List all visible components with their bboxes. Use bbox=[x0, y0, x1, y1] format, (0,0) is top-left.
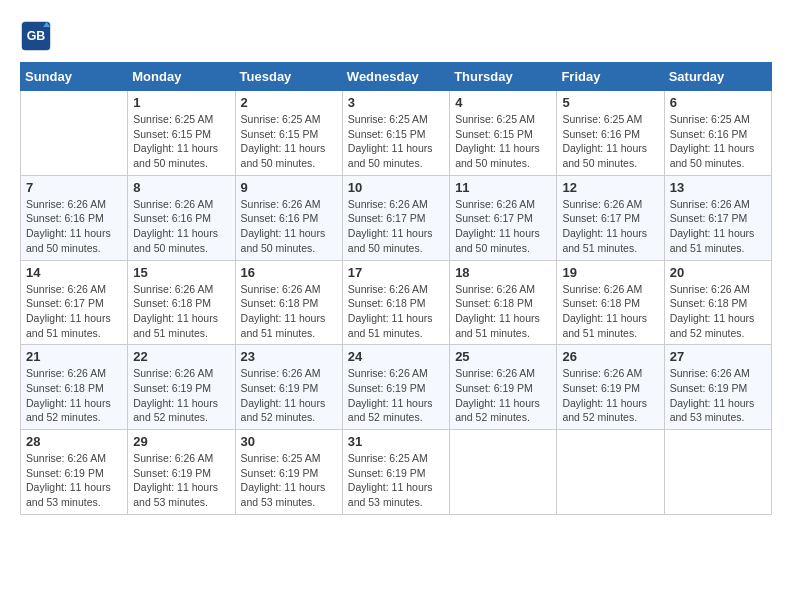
day-cell: 30Sunrise: 6:25 AMSunset: 6:19 PMDayligh… bbox=[235, 430, 342, 515]
day-number: 28 bbox=[26, 434, 122, 449]
day-detail: Sunrise: 6:25 AMSunset: 6:16 PMDaylight:… bbox=[562, 112, 658, 171]
day-number: 17 bbox=[348, 265, 444, 280]
day-detail: Sunrise: 6:26 AMSunset: 6:19 PMDaylight:… bbox=[241, 366, 337, 425]
week-row-2: 7Sunrise: 6:26 AMSunset: 6:16 PMDaylight… bbox=[21, 175, 772, 260]
day-detail: Sunrise: 6:25 AMSunset: 6:16 PMDaylight:… bbox=[670, 112, 766, 171]
day-cell: 23Sunrise: 6:26 AMSunset: 6:19 PMDayligh… bbox=[235, 345, 342, 430]
day-cell bbox=[450, 430, 557, 515]
day-cell: 5Sunrise: 6:25 AMSunset: 6:16 PMDaylight… bbox=[557, 91, 664, 176]
calendar-table: SundayMondayTuesdayWednesdayThursdayFrid… bbox=[20, 62, 772, 515]
day-cell: 17Sunrise: 6:26 AMSunset: 6:18 PMDayligh… bbox=[342, 260, 449, 345]
day-detail: Sunrise: 6:25 AMSunset: 6:15 PMDaylight:… bbox=[348, 112, 444, 171]
day-cell: 7Sunrise: 6:26 AMSunset: 6:16 PMDaylight… bbox=[21, 175, 128, 260]
day-cell: 16Sunrise: 6:26 AMSunset: 6:18 PMDayligh… bbox=[235, 260, 342, 345]
calendar-header-row: SundayMondayTuesdayWednesdayThursdayFrid… bbox=[21, 63, 772, 91]
day-detail: Sunrise: 6:26 AMSunset: 6:17 PMDaylight:… bbox=[455, 197, 551, 256]
day-cell: 1Sunrise: 6:25 AMSunset: 6:15 PMDaylight… bbox=[128, 91, 235, 176]
day-number: 23 bbox=[241, 349, 337, 364]
day-number: 29 bbox=[133, 434, 229, 449]
day-detail: Sunrise: 6:26 AMSunset: 6:17 PMDaylight:… bbox=[348, 197, 444, 256]
day-detail: Sunrise: 6:25 AMSunset: 6:15 PMDaylight:… bbox=[455, 112, 551, 171]
day-number: 2 bbox=[241, 95, 337, 110]
svg-text:GB: GB bbox=[27, 29, 46, 43]
day-cell: 2Sunrise: 6:25 AMSunset: 6:15 PMDaylight… bbox=[235, 91, 342, 176]
day-cell: 14Sunrise: 6:26 AMSunset: 6:17 PMDayligh… bbox=[21, 260, 128, 345]
day-detail: Sunrise: 6:26 AMSunset: 6:18 PMDaylight:… bbox=[26, 366, 122, 425]
day-detail: Sunrise: 6:26 AMSunset: 6:16 PMDaylight:… bbox=[26, 197, 122, 256]
day-number: 7 bbox=[26, 180, 122, 195]
day-number: 11 bbox=[455, 180, 551, 195]
day-detail: Sunrise: 6:26 AMSunset: 6:19 PMDaylight:… bbox=[133, 366, 229, 425]
day-detail: Sunrise: 6:25 AMSunset: 6:15 PMDaylight:… bbox=[241, 112, 337, 171]
day-detail: Sunrise: 6:26 AMSunset: 6:18 PMDaylight:… bbox=[133, 282, 229, 341]
day-number: 9 bbox=[241, 180, 337, 195]
week-row-1: 1Sunrise: 6:25 AMSunset: 6:15 PMDaylight… bbox=[21, 91, 772, 176]
day-detail: Sunrise: 6:26 AMSunset: 6:16 PMDaylight:… bbox=[133, 197, 229, 256]
day-cell: 10Sunrise: 6:26 AMSunset: 6:17 PMDayligh… bbox=[342, 175, 449, 260]
day-cell: 31Sunrise: 6:25 AMSunset: 6:19 PMDayligh… bbox=[342, 430, 449, 515]
day-header-friday: Friday bbox=[557, 63, 664, 91]
day-detail: Sunrise: 6:26 AMSunset: 6:19 PMDaylight:… bbox=[670, 366, 766, 425]
day-number: 3 bbox=[348, 95, 444, 110]
day-cell: 25Sunrise: 6:26 AMSunset: 6:19 PMDayligh… bbox=[450, 345, 557, 430]
week-row-5: 28Sunrise: 6:26 AMSunset: 6:19 PMDayligh… bbox=[21, 430, 772, 515]
day-cell: 8Sunrise: 6:26 AMSunset: 6:16 PMDaylight… bbox=[128, 175, 235, 260]
day-number: 31 bbox=[348, 434, 444, 449]
day-detail: Sunrise: 6:26 AMSunset: 6:17 PMDaylight:… bbox=[26, 282, 122, 341]
day-cell: 4Sunrise: 6:25 AMSunset: 6:15 PMDaylight… bbox=[450, 91, 557, 176]
day-number: 10 bbox=[348, 180, 444, 195]
day-number: 30 bbox=[241, 434, 337, 449]
day-detail: Sunrise: 6:26 AMSunset: 6:18 PMDaylight:… bbox=[562, 282, 658, 341]
logo: GB bbox=[20, 20, 56, 52]
day-detail: Sunrise: 6:26 AMSunset: 6:18 PMDaylight:… bbox=[348, 282, 444, 341]
day-cell bbox=[557, 430, 664, 515]
day-cell bbox=[21, 91, 128, 176]
day-cell: 19Sunrise: 6:26 AMSunset: 6:18 PMDayligh… bbox=[557, 260, 664, 345]
day-cell: 11Sunrise: 6:26 AMSunset: 6:17 PMDayligh… bbox=[450, 175, 557, 260]
day-cell: 18Sunrise: 6:26 AMSunset: 6:18 PMDayligh… bbox=[450, 260, 557, 345]
day-number: 21 bbox=[26, 349, 122, 364]
week-row-4: 21Sunrise: 6:26 AMSunset: 6:18 PMDayligh… bbox=[21, 345, 772, 430]
day-detail: Sunrise: 6:25 AMSunset: 6:15 PMDaylight:… bbox=[133, 112, 229, 171]
page-header: GB bbox=[20, 20, 772, 52]
day-detail: Sunrise: 6:26 AMSunset: 6:19 PMDaylight:… bbox=[133, 451, 229, 510]
day-cell: 15Sunrise: 6:26 AMSunset: 6:18 PMDayligh… bbox=[128, 260, 235, 345]
day-number: 12 bbox=[562, 180, 658, 195]
day-cell: 28Sunrise: 6:26 AMSunset: 6:19 PMDayligh… bbox=[21, 430, 128, 515]
day-cell bbox=[664, 430, 771, 515]
day-number: 27 bbox=[670, 349, 766, 364]
day-number: 26 bbox=[562, 349, 658, 364]
day-cell: 24Sunrise: 6:26 AMSunset: 6:19 PMDayligh… bbox=[342, 345, 449, 430]
logo-icon: GB bbox=[20, 20, 52, 52]
day-number: 22 bbox=[133, 349, 229, 364]
day-number: 25 bbox=[455, 349, 551, 364]
day-number: 13 bbox=[670, 180, 766, 195]
week-row-3: 14Sunrise: 6:26 AMSunset: 6:17 PMDayligh… bbox=[21, 260, 772, 345]
day-number: 16 bbox=[241, 265, 337, 280]
day-detail: Sunrise: 6:26 AMSunset: 6:19 PMDaylight:… bbox=[26, 451, 122, 510]
day-number: 5 bbox=[562, 95, 658, 110]
day-header-tuesday: Tuesday bbox=[235, 63, 342, 91]
day-cell: 26Sunrise: 6:26 AMSunset: 6:19 PMDayligh… bbox=[557, 345, 664, 430]
day-header-wednesday: Wednesday bbox=[342, 63, 449, 91]
day-detail: Sunrise: 6:26 AMSunset: 6:17 PMDaylight:… bbox=[562, 197, 658, 256]
day-number: 19 bbox=[562, 265, 658, 280]
day-detail: Sunrise: 6:26 AMSunset: 6:16 PMDaylight:… bbox=[241, 197, 337, 256]
day-cell: 22Sunrise: 6:26 AMSunset: 6:19 PMDayligh… bbox=[128, 345, 235, 430]
day-cell: 3Sunrise: 6:25 AMSunset: 6:15 PMDaylight… bbox=[342, 91, 449, 176]
day-detail: Sunrise: 6:26 AMSunset: 6:19 PMDaylight:… bbox=[455, 366, 551, 425]
day-number: 14 bbox=[26, 265, 122, 280]
day-number: 24 bbox=[348, 349, 444, 364]
day-header-saturday: Saturday bbox=[664, 63, 771, 91]
day-number: 1 bbox=[133, 95, 229, 110]
day-number: 18 bbox=[455, 265, 551, 280]
day-number: 6 bbox=[670, 95, 766, 110]
day-cell: 27Sunrise: 6:26 AMSunset: 6:19 PMDayligh… bbox=[664, 345, 771, 430]
day-number: 4 bbox=[455, 95, 551, 110]
day-detail: Sunrise: 6:26 AMSunset: 6:18 PMDaylight:… bbox=[670, 282, 766, 341]
day-cell: 13Sunrise: 6:26 AMSunset: 6:17 PMDayligh… bbox=[664, 175, 771, 260]
day-detail: Sunrise: 6:26 AMSunset: 6:18 PMDaylight:… bbox=[241, 282, 337, 341]
day-detail: Sunrise: 6:26 AMSunset: 6:17 PMDaylight:… bbox=[670, 197, 766, 256]
day-detail: Sunrise: 6:26 AMSunset: 6:19 PMDaylight:… bbox=[348, 366, 444, 425]
day-cell: 12Sunrise: 6:26 AMSunset: 6:17 PMDayligh… bbox=[557, 175, 664, 260]
